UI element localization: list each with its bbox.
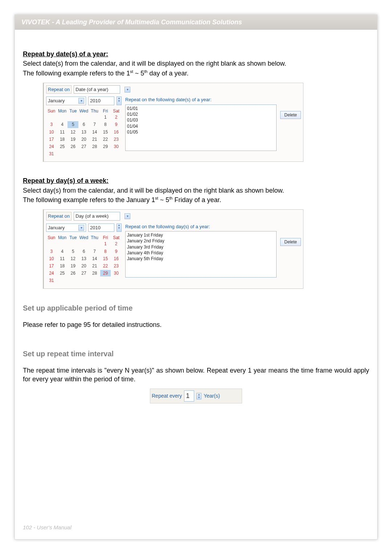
calendar-grid[interactable]: 12 3456789 10111213141516 17181920212223… <box>46 114 122 157</box>
screenshot-repeat-day: Repeat on Day (of a week) ▾ January ▾ 20… <box>43 209 303 288</box>
list-item: January 4th Friday <box>127 250 275 256</box>
input-year[interactable]: 2010 <box>88 223 114 232</box>
repeat-spinner[interactable]: ▲▼ <box>196 393 201 399</box>
select-month[interactable]: January ▾ <box>46 97 86 105</box>
heading-applicable-period: Set up applicable period of time <box>23 303 369 313</box>
screenshot-repeat-date: Repeat on Date (of a year) ▾ January ▾ 2… <box>43 83 303 162</box>
weekday-label: Sun <box>46 108 57 114</box>
weekday-label: Sun <box>46 235 57 241</box>
calendar-grid[interactable]: 12 3456789 10111213141516 17181920212223… <box>46 241 122 284</box>
weekday-label: Sat <box>111 108 122 114</box>
select-month[interactable]: January ▾ <box>46 223 86 232</box>
list-item: 01/01 <box>127 106 275 111</box>
delete-button[interactable]: Delete <box>280 111 301 119</box>
heading-repeat-date: Repeat by date(s) of a year: <box>23 50 369 58</box>
text-sec3: Please refer to page 95 for detailed ins… <box>23 320 369 329</box>
select-repeat-mode[interactable]: Day (of a week) <box>74 212 120 221</box>
list-item: 01/05 <box>127 129 275 135</box>
heading-repeat-day: Repeat by day(s) of a week: <box>23 176 369 185</box>
weekday-label: Wed <box>78 235 89 241</box>
result-list-days[interactable]: January 1st Friday January 2nd Friday Ja… <box>125 231 277 278</box>
chevron-down-icon[interactable]: ▾ <box>124 213 130 219</box>
list-item: January 3rd Friday <box>127 244 275 250</box>
heading-repeat-interval: Set up repeat time interval <box>23 349 369 359</box>
screenshot-repeat-every: Repeat every 1 ▲▼ Year(s) <box>150 389 242 403</box>
list-item: 01/02 <box>127 111 275 117</box>
list-item: January 5th Friday <box>127 256 275 262</box>
weekday-label: Fri <box>100 108 111 114</box>
chevron-down-icon[interactable]: ▾ <box>78 98 84 104</box>
list-item: 01/04 <box>127 123 275 129</box>
year-spinner[interactable]: ▲▼ <box>117 97 122 105</box>
weekday-label: Tue <box>68 108 78 114</box>
label-result-days: Repeat on the following day(s) of a year… <box>125 223 277 230</box>
text-sec4: The repeat time intervals is "every N ye… <box>23 366 369 384</box>
weekday-label: Mon <box>57 108 68 114</box>
weekday-label: Tue <box>68 235 78 241</box>
list-item: January 2nd Friday <box>127 238 275 244</box>
chevron-down-icon[interactable]: ▾ <box>78 225 84 231</box>
text-sec1-line1: Select date(s) from the calendar, and it… <box>23 59 369 68</box>
result-list-dates[interactable]: 01/01 01/02 01/03 01/04 01/05 <box>125 104 277 151</box>
weekday-label: Thu <box>89 235 100 241</box>
label-result-dates: Repeat on the following date(s) of a yea… <box>125 97 277 103</box>
year-spinner[interactable]: ▲▼ <box>117 223 122 232</box>
chevron-down-icon[interactable]: ▾ <box>124 87 130 93</box>
label-repeat-on: Repeat on <box>46 85 72 94</box>
text-sec2-line2: The following example refers to the Janu… <box>23 196 369 204</box>
list-item: January 1st Friday <box>127 232 275 238</box>
input-year[interactable]: 2010 <box>88 97 114 105</box>
weekday-label: Mon <box>57 235 68 241</box>
label-repeat-every: Repeat every <box>152 393 182 399</box>
weekday-label: Sat <box>111 235 122 241</box>
label-repeat-on: Repeat on <box>46 212 72 221</box>
weekday-label: Wed <box>78 108 89 114</box>
list-item: 01/03 <box>127 117 275 123</box>
text-sec2-line1: Select day(s) from the calendar, and it … <box>23 186 369 195</box>
page-header: VIVOTEK - A Leading Provider of Multimed… <box>15 15 377 30</box>
weekday-label: Thu <box>89 108 100 114</box>
label-years-unit: Year(s) <box>204 393 220 399</box>
input-repeat-number[interactable]: 1 <box>184 390 194 401</box>
text-sec1-line2: The following example refers to the 1st … <box>23 69 369 78</box>
page-footer: 102 - User's Manual <box>23 524 72 530</box>
delete-button[interactable]: Delete <box>280 238 301 246</box>
weekday-label: Fri <box>100 235 111 241</box>
select-repeat-mode[interactable]: Date (of a year) <box>74 85 120 94</box>
